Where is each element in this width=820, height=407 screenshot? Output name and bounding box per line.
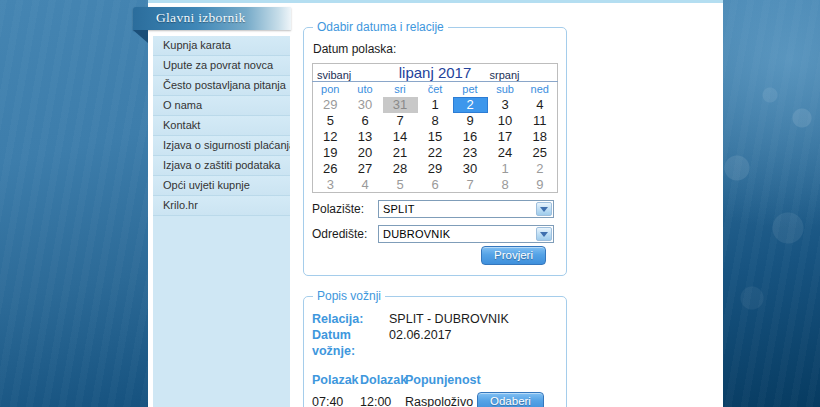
check-button-row: Provjeri [312,246,558,265]
trips-panel: Popis vožnji Relacija: SPLIT - DUBROVNIK… [303,289,567,407]
trip-date-label: Datum vožnje: [312,327,389,359]
ribbon-fold-decoration [133,30,148,43]
sidebar-title: Glavni izbornik [156,10,246,25]
check-button[interactable]: Provjeri [481,246,546,265]
calendar-day[interactable]: 30 [453,161,488,177]
calendar-day[interactable]: 4 [348,177,383,193]
calendar-day[interactable]: 6 [418,177,453,193]
calendar-day[interactable]: 6 [348,113,383,129]
trip-table-header: Polazak Dolazak Popunjenost [312,373,558,387]
trips-panel-legend: Popis vožnji [313,289,385,303]
arrival-column-header: Dolazak [360,373,405,387]
select-trip-button[interactable]: Odaberi [477,392,544,407]
calendar-day[interactable]: 10 [488,113,523,129]
sidebar-item[interactable]: Izjava o sigurnosti plaćanja [153,136,290,156]
calendar-day[interactable]: 11 [523,113,558,129]
calendar-day[interactable]: 1 [418,97,453,113]
sidebar-item[interactable]: Često postavljana pitanja [153,76,290,96]
calendar-day[interactable]: 29 [313,97,348,113]
calendar-week-row: 2930311234 [313,97,558,113]
selection-panel-legend: Odabir datuma i relacije [313,20,448,34]
origin-select[interactable]: SPLIT [378,200,554,218]
sidebar-item[interactable]: Upute za povrat novca [153,56,290,76]
calendar-day[interactable]: 1 [488,161,523,177]
destination-select-value: DUBROVNIK [379,228,450,240]
calendar-day[interactable]: 27 [348,161,383,177]
calendar-next-month[interactable]: srpanj [488,64,558,82]
destination-row: Odredište: DUBROVNIK [312,225,558,243]
calendar-days: 2930311234567891011121314151617181920212… [313,97,558,193]
trip-date-value: 02.06.2017 [389,327,452,359]
calendar-day[interactable]: 5 [313,113,348,129]
sidebar-item[interactable]: Izjava o zaštiti podataka [153,156,290,176]
calendar-daynames-row: ponutosričetpetsubned [313,82,558,97]
sidebar-item[interactable]: O nama [153,96,290,116]
calendar-day[interactable]: 3 [313,177,348,193]
calendar-day[interactable]: 21 [383,145,418,161]
calendar-day[interactable]: 29 [418,161,453,177]
calendar-week-row: 262728293012 [313,161,558,177]
calendar-dayname: sri [383,82,418,97]
origin-label: Polazište: [312,202,378,216]
sidebar-menu: Kupnja karataUpute za povrat novcaČesto … [153,36,290,407]
calendar-day[interactable]: 24 [488,145,523,161]
calendar-day[interactable]: 14 [383,129,418,145]
calendar-day[interactable]: 9 [523,177,558,193]
calendar-day[interactable]: 8 [488,177,523,193]
calendar-day[interactable]: 13 [348,129,383,145]
calendar-day[interactable]: 25 [523,145,558,161]
calendar-current-month: lipanj 2017 [383,64,488,82]
calendar-day[interactable]: 28 [383,161,418,177]
calendar-day-selected[interactable]: 2 [453,97,488,113]
calendar-day[interactable]: 17 [488,129,523,145]
calendar-dayname: pet [453,82,488,97]
calendar-day[interactable]: 22 [418,145,453,161]
calendar-day[interactable]: 23 [453,145,488,161]
calendar-day[interactable]: 12 [313,129,348,145]
relation-label: Relacija: [312,311,389,327]
calendar-day[interactable]: 16 [453,129,488,145]
sidebar-item[interactable]: Kontakt [153,116,290,136]
destination-label: Odredište: [312,227,378,241]
chevron-down-icon[interactable] [536,202,552,216]
calendar-day[interactable]: 19 [313,145,348,161]
calendar-day[interactable]: 7 [383,113,418,129]
trip-availability-status: Raspoloživo [405,395,477,407]
calendar-week-row: 3456789 [313,177,558,193]
calendar-day[interactable]: 8 [418,113,453,129]
departure-column-header: Polazak [312,373,360,387]
calendar-week-row: 12131415161718 [313,129,558,145]
calendar-day[interactable]: 20 [348,145,383,161]
trip-arrival-time: 12:00 [360,395,405,407]
calendar-day[interactable]: 4 [523,97,558,113]
calendar-day: 31 [383,97,418,113]
calendar-day[interactable]: 30 [348,97,383,113]
calendar-day[interactable]: 18 [523,129,558,145]
trip-date-row: Datum vožnje: 02.06.2017 [312,327,558,359]
calendar-day[interactable]: 3 [488,97,523,113]
calendar-day[interactable]: 2 [523,161,558,177]
sidebar-title-ribbon: Glavni izbornik [133,7,291,30]
calendar-day[interactable]: 26 [313,161,348,177]
occupancy-column-header: Popunjenost [405,373,477,387]
calendar-dayname: čet [418,82,453,97]
date-route-selection-panel: Odabir datuma i relacije Datum polaska: … [303,20,567,276]
trip-departure-time: 07:40 [312,395,360,407]
calendar-day[interactable]: 15 [418,129,453,145]
departure-date-label: Datum polaska: [313,42,558,56]
calendar-month-row: svibanj lipanj 2017 srpanj [313,64,558,82]
calendar-day[interactable]: 5 [383,177,418,193]
sidebar-item[interactable]: Kupnja karata [153,36,290,56]
destination-select[interactable]: DUBROVNIK [378,225,554,243]
chevron-down-icon[interactable] [536,227,552,241]
calendar-prev-month[interactable]: svibanj [313,64,383,82]
calendar-week-row: 567891011 [313,113,558,129]
calendar-dayname: pon [313,82,348,97]
calendar-day[interactable]: 7 [453,177,488,193]
calendar-day[interactable]: 9 [453,113,488,129]
sidebar-item[interactable]: Opći uvjeti kupnje [153,176,290,196]
relation-row: Relacija: SPLIT - DUBROVNIK [312,311,558,327]
origin-select-value: SPLIT [379,203,415,215]
sidebar-item[interactable]: Krilo.hr [153,196,290,216]
relation-value: SPLIT - DUBROVNIK [389,311,509,327]
